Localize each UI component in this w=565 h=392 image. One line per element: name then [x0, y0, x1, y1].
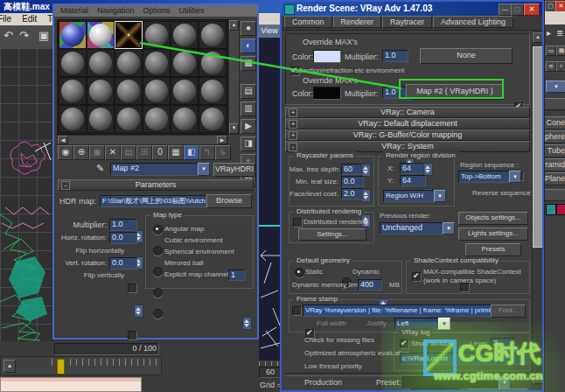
- primitive-button-plane[interactable]: Plane: [544, 172, 565, 186]
- menu-file[interactable]: File: [0, 13, 17, 25]
- me-menu-navigation[interactable]: Navigation: [93, 5, 139, 17]
- tab-advanced-lighting[interactable]: Advanced Lighting: [433, 16, 513, 28]
- memory-limit-field[interactable]: 400: [358, 279, 382, 290]
- spherical-environment-radio[interactable]: [153, 267, 163, 276]
- material-slot-selected[interactable]: [115, 21, 143, 49]
- multiplier-field[interactable]: 1.0: [109, 219, 137, 231]
- sample-type-icon[interactable]: ●: [241, 21, 256, 36]
- skylight-map-button[interactable]: None: [420, 48, 513, 64]
- material-slot[interactable]: [59, 77, 87, 105]
- maxscript-listener[interactable]: [0, 377, 142, 392]
- rollout-expand-icon[interactable]: +: [289, 131, 297, 140]
- menu-edit[interactable]: Edit: [17, 13, 42, 25]
- region-mode-dropdown-arrow[interactable]: ▼: [434, 190, 446, 202]
- make-unique-icon[interactable]: ▤: [121, 145, 136, 160]
- material-name-dropdown[interactable]: Map #2: [110, 163, 201, 176]
- reflection-color-swatch[interactable]: [313, 87, 341, 100]
- slots-vscrollbar[interactable]: ▲ ▼: [228, 19, 240, 135]
- previous-render-dropdown-arrow[interactable]: ▼: [443, 222, 455, 234]
- region-x-spinner[interactable]: [423, 163, 433, 176]
- hdr-map-field[interactable]: F:\Star\般才\网上的\03贴图\Vutch: [100, 195, 206, 207]
- material-slot[interactable]: [199, 77, 227, 105]
- scroll-left-icon[interactable]: ◀: [58, 136, 68, 144]
- viewport-middle[interactable]: [259, 32, 282, 360]
- static-radio[interactable]: [295, 268, 304, 277]
- panel-sliver-button[interactable]: [544, 98, 565, 110]
- trackbar-key-button[interactable]: ▴: [3, 360, 16, 373]
- render-titlebar[interactable]: Render Scene: VRay Adv 1.47.03 — ▢ ✕: [282, 2, 542, 16]
- skylight-color-swatch[interactable]: [313, 50, 341, 63]
- options-icon[interactable]: ◨: [241, 136, 256, 151]
- browse-button[interactable]: Browse: [206, 194, 252, 208]
- scroll-up-icon[interactable]: ▲: [229, 20, 239, 31]
- flip-horizontal-checkbox[interactable]: [128, 284, 137, 293]
- me-menu-material[interactable]: Material: [56, 5, 93, 17]
- angular-map-radio[interactable]: [153, 225, 163, 234]
- select-arrow-icon[interactable]: ▸: [547, 28, 551, 38]
- material-slot[interactable]: [171, 77, 199, 105]
- make-preview-icon[interactable]: ▶: [241, 119, 256, 134]
- rollout-expand-icon[interactable]: +: [289, 108, 297, 117]
- color-swatch-crimson[interactable]: [556, 204, 565, 215]
- mirrored-ball-radio[interactable]: [153, 288, 163, 298]
- minimize-icon[interactable]: —: [499, 4, 512, 16]
- shadecontext-checkbox[interactable]: [412, 272, 422, 282]
- panel-sliver-button2[interactable]: [544, 189, 565, 201]
- region-x-field[interactable]: 64: [400, 163, 426, 174]
- curve-editor-icon[interactable]: ≋: [546, 61, 556, 72]
- explicit-map-channel-radio[interactable]: [153, 309, 163, 318]
- primitive-button-pyramid[interactable]: Pyramid: [544, 158, 565, 172]
- viewport-left[interactable]: [0, 48, 54, 341]
- maximize-icon[interactable]: ▢: [511, 4, 524, 16]
- map-channel-field[interactable]: 1: [228, 270, 246, 281]
- region-sequence-dropdown[interactable]: Top->Bottom: [458, 171, 513, 183]
- close-icon[interactable]: ✕: [524, 4, 540, 16]
- me-menu-utilities[interactable]: Utilities: [175, 5, 209, 17]
- put-material-icon[interactable]: ⊕: [73, 145, 89, 160]
- material-slot[interactable]: [115, 49, 143, 77]
- face-level-coef-field[interactable]: 2.0: [341, 188, 364, 200]
- material-slot[interactable]: [87, 21, 115, 49]
- material-type-button[interactable]: VRayHDRI: [213, 163, 255, 177]
- material-slot[interactable]: [199, 49, 227, 77]
- multiplier-field[interactable]: 1.0: [382, 50, 408, 62]
- material-slot[interactable]: [59, 49, 87, 77]
- material-slot[interactable]: [115, 77, 143, 105]
- backlight-icon[interactable]: ◐: [241, 38, 256, 53]
- rollout-camera[interactable]: + VRay:: Camera: [285, 107, 530, 118]
- vert-rotation-spinner[interactable]: [134, 304, 143, 318]
- material-slot[interactable]: [143, 49, 171, 77]
- material-slot[interactable]: [199, 105, 227, 133]
- me-menu-options[interactable]: Options: [139, 5, 175, 17]
- color-swatch-teal[interactable]: [546, 204, 556, 215]
- max-tree-depth-spinner[interactable]: [361, 164, 371, 177]
- material-slot[interactable]: [87, 77, 115, 105]
- primitive-button-sphere[interactable]: Sphere: [544, 130, 565, 144]
- video-color-check-icon[interactable]: ▥: [241, 102, 256, 116]
- background-icon[interactable]: ▩: [241, 56, 256, 71]
- primitive-button-cone[interactable]: Cone: [544, 116, 565, 130]
- vert-rotation-field[interactable]: 0.0: [109, 257, 137, 270]
- material-effects-channel-icon[interactable]: 0: [152, 145, 168, 160]
- show-end-result-icon[interactable]: ◧: [184, 145, 199, 160]
- distributed-rendering-checkbox[interactable]: [293, 218, 303, 228]
- map-channel-spinner[interactable]: [242, 317, 252, 330]
- previous-render-dropdown[interactable]: Unchanged: [380, 222, 446, 234]
- material-slot[interactable]: [87, 49, 115, 77]
- scroll-right-icon[interactable]: ▶: [217, 136, 227, 144]
- font-button[interactable]: Font...: [491, 304, 526, 318]
- material-name-dropdown-arrow[interactable]: ▼: [198, 163, 210, 176]
- schematic-icon[interactable]: ⚬: [556, 61, 565, 72]
- scroll-up-icon[interactable]: ▲: [533, 32, 543, 43]
- multiplier2-field[interactable]: 1.0: [382, 87, 408, 99]
- show-map-in-viewport-icon[interactable]: ▦: [168, 145, 184, 160]
- put-to-library-icon[interactable]: ⊞: [136, 145, 152, 160]
- material-slot[interactable]: [143, 77, 171, 105]
- panel-dropdown[interactable]: ▼: [546, 80, 565, 93]
- rollout-default-displacement[interactable]: + VRay:: Default displacement: [285, 118, 530, 130]
- distributed-settings-button[interactable]: Settings...: [298, 228, 366, 241]
- material-slot[interactable]: [171, 49, 199, 77]
- flip-vertical-checkbox[interactable]: [128, 331, 137, 340]
- scroll-thumb[interactable]: [533, 46, 543, 248]
- slots-hscrollbar[interactable]: ◀ ▶: [57, 135, 228, 145]
